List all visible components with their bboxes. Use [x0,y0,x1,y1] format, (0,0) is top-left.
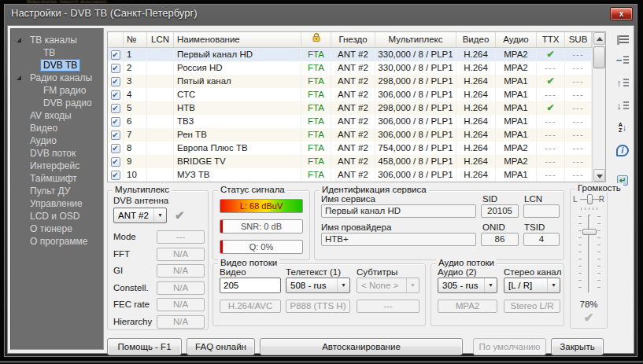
col-header-sub[interactable]: SUB [565,32,592,47]
param-label: Mode [113,230,136,244]
subtitles-select[interactable]: < None > ▼ [357,278,419,293]
row-checkbox[interactable]: ✔ [111,90,120,100]
video-streams-group: Видео потоки Видео H.264/AVC Телетекст (… [212,263,426,326]
help-button[interactable]: Помощь - F1 [107,338,182,355]
video-pid-input[interactable] [220,278,281,293]
move-down-icon[interactable]: ↓ [612,98,633,117]
row-checkbox[interactable]: ✔ [111,64,120,73]
row-checkbox[interactable]: ✔ [111,157,120,167]
channel-sub: --- [565,155,592,168]
col-header-аудио[interactable]: Аудио [496,32,537,47]
table-row[interactable]: ✔9BRIDGE TVFTAANT #2458,000 / 8 / PLP1H.… [108,155,605,168]
table-row[interactable]: ✔10МУЗ ТВFTAANT #2306,000 / 8 / PLP1H.26… [108,168,605,182]
table-row[interactable]: ✔5НТВFTAANT #2298,000 / 8 / PLP1H.264MPA… [108,101,605,115]
channel-multiplex: 754,000 / 8 / PLP1 [375,142,456,155]
remove-channel-icon[interactable]: − [612,53,633,72]
close-button[interactable]: x [610,7,633,20]
sidebar-item-о-программе[interactable]: О программе [11,235,103,248]
sidebar-item-dvb-поток[interactable]: DVB поток [11,147,103,160]
sidebar-item-av-входы[interactable]: AV входы [11,109,103,122]
col-header-мультиплекс[interactable]: Мультиплекс [375,32,456,47]
channel-lcn [147,168,174,182]
autoscan-button[interactable]: Автосканирование [260,338,463,355]
mute-button[interactable]: ✔ [571,311,607,325]
row-checkbox[interactable]: ✔ [111,131,120,140]
title-bar[interactable]: Настройки - DVB ТВ (Санкт-Петербург) x [4,4,637,24]
sidebar-item-управление[interactable]: Управление [11,197,103,210]
audio-select[interactable]: 305 - rus ▼ [438,278,497,293]
close-dialog-button[interactable]: Закрыть [551,338,604,355]
row-checkbox[interactable]: ✔ [111,117,120,127]
channel-audio-codec: MPA1 [496,115,537,128]
row-checkbox[interactable]: ✔ [111,104,120,113]
sidebar-item-видео[interactable]: Видео [11,122,103,134]
col-header-lcn[interactable]: LCN [147,32,174,47]
sidebar-item-fm-радио[interactable]: FM радио [11,84,103,97]
channel-multiplex: 298,000 / 8 / PLP1 [375,101,456,115]
col-header-ttx[interactable]: TTX [537,32,565,47]
sidebar-item-о-тюнере[interactable]: О тюнере [11,222,103,235]
row-checkbox[interactable]: ✔ [111,77,120,86]
channel-ttx: --- [537,61,565,75]
tree-expander-icon[interactable] [17,75,21,80]
col-header-гнездо[interactable]: Гнездо [331,32,375,47]
faq-button[interactable]: FAQ онлайн [187,338,255,355]
sidebar-item-аудио[interactable]: Аудио [11,134,103,147]
sidebar-item-тв-каналы[interactable]: ТВ каналы [11,34,103,46]
volume-slider[interactable] [588,215,591,293]
scrollbar-thumb[interactable] [593,46,605,68]
antenna-select[interactable]: ANT #2 ▼ [113,208,167,223]
sidebar-item-dvb-радио[interactable]: DVB радио [11,97,103,109]
channel-info-icon[interactable]: i [612,142,633,160]
lock-icon[interactable] [301,32,331,47]
channel-grid-icon[interactable] [612,31,633,50]
table-row[interactable]: ✔7Рен ТВFTAANT #2306,000 / 8 / PLP1H.264… [108,128,605,142]
param-value-field: N/A [157,315,205,329]
sidebar-item-таймшифт[interactable]: Таймшифт [11,172,103,185]
row-checkbox[interactable]: ✔ [111,50,120,60]
channel-audio-codec: MPA2 [496,48,537,61]
channel-name: Первый канал HD [174,48,301,61]
signal-snr-bar: SNR: 0 dB [220,219,303,233]
channel-name: СТС [174,88,301,101]
sidebar-item-dvb-тв[interactable]: DVB ТВ [11,59,103,72]
channel-video-codec: H.264 [456,115,496,128]
scroll-up-icon[interactable] [593,32,605,45]
sidebar-item-пульт-ду[interactable]: Пульт ДУ [11,185,103,197]
col-header-наименование[interactable]: Наименование [174,32,301,47]
balance-slider-thumb[interactable] [587,194,593,204]
sidebar-item-lcd-и-osd[interactable]: LCD и OSD [11,210,103,222]
teletext-select[interactable]: 508 - rus ▼ [286,278,350,293]
channel-video-codec: H.264 [456,128,496,142]
row-checkbox[interactable]: ✔ [111,171,120,180]
stereo-select[interactable]: [L / R] ▼ [504,278,560,293]
table-row[interactable]: ✔3Пятый каналFTAANT #2298,000 / 8 / PLP1… [108,75,605,88]
col-header-[interactable]: № [124,32,147,47]
channel-ttx: --- [537,128,565,142]
col-header-видео[interactable]: Видео [456,32,496,47]
param-label: Constell. [113,281,149,295]
scroll-down-icon[interactable] [593,169,605,182]
table-row[interactable]: ✔6ТВ3FTAANT #2306,000 / 8 / PLP1H.264MPA… [108,115,605,128]
channel-socket: ANT #2 [331,101,375,115]
table-row[interactable]: ✔2Россия HDFTAANT #2330,000 / 8 / PLP1H.… [108,61,605,75]
channel-sub: --- [565,48,592,61]
channel-number: 9 [124,155,147,168]
row-checkbox[interactable]: ✔ [111,144,120,153]
sidebar-item-интерфейс[interactable]: Интерфейс [11,160,103,172]
sidebar-item-label: Управление [27,197,86,210]
volume-group: Громкость L R 78% ✔ [570,189,608,329]
tree-expander-icon[interactable] [17,38,21,42]
table-row[interactable]: ✔4СТСFTAANT #2306,000 / 8 / PLP1H.264MPA… [108,88,605,101]
sidebar-item-радио-каналы[interactable]: Радио каналы [11,72,103,84]
volume-slider-thumb[interactable] [582,229,597,235]
table-row[interactable]: ✔8Европа Плюс ТВFTAANT #2754,000 / 8 / P… [108,142,605,155]
channel-multiplex: 306,000 / 8 / PLP1 [375,88,456,101]
table-row[interactable]: ✔1Первый канал HDFTAANT #2330,000 / 8 / … [108,48,605,61]
table-scrollbar[interactable] [592,32,605,182]
param-row-hierarchy: HierarchyN/A [108,315,208,329]
move-up-icon[interactable]: ↑ [612,75,633,94]
sort-az-icon[interactable]: AZ↓ [612,119,633,138]
sidebar-item-тв[interactable]: ТВ [11,46,103,59]
col-header-checkbox[interactable] [108,32,124,47]
